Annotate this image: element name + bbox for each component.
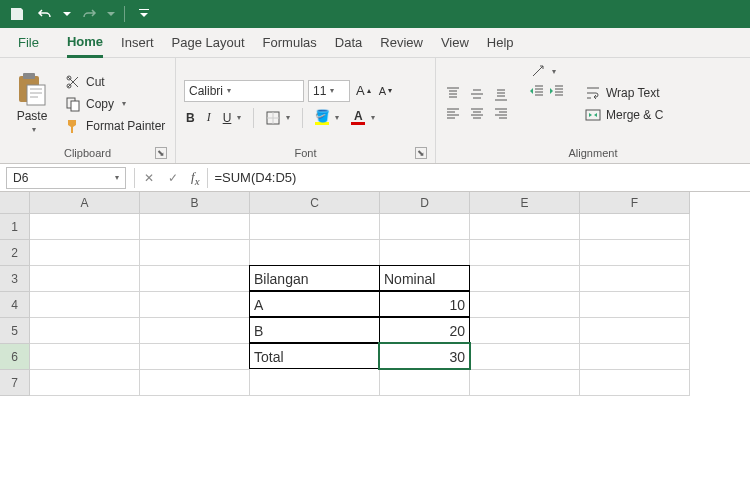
redo-dropdown-icon[interactable]	[106, 3, 116, 25]
cell[interactable]	[140, 344, 250, 370]
increase-indent-icon[interactable]	[548, 82, 566, 100]
cell[interactable]	[580, 292, 690, 318]
row-header[interactable]: 5	[0, 318, 30, 344]
cell[interactable]	[30, 214, 140, 240]
cell[interactable]	[30, 266, 140, 292]
cell[interactable]	[30, 344, 140, 370]
increase-font-icon[interactable]: A▴	[354, 82, 373, 99]
tab-file[interactable]: File	[8, 31, 49, 54]
cell[interactable]	[30, 292, 140, 318]
cell[interactable]: Total	[249, 343, 380, 369]
cell[interactable]	[470, 240, 580, 266]
col-header[interactable]: A	[30, 192, 140, 214]
tab-view[interactable]: View	[441, 31, 469, 54]
cell[interactable]	[140, 370, 250, 396]
save-icon[interactable]	[6, 3, 28, 25]
cell[interactable]: 20	[379, 317, 470, 343]
paste-dropdown-icon[interactable]: ▾	[32, 125, 36, 134]
cell[interactable]: B	[249, 317, 380, 343]
cell-selected[interactable]: 30	[379, 343, 470, 369]
align-middle-icon[interactable]	[468, 85, 486, 103]
cell[interactable]	[250, 370, 380, 396]
cell[interactable]	[30, 240, 140, 266]
cell[interactable]	[470, 370, 580, 396]
cell[interactable]	[470, 266, 580, 292]
formula-input[interactable]: =SUM(D4:D5)	[210, 170, 750, 185]
row-header[interactable]: 4	[0, 292, 30, 318]
orientation-button[interactable]: ▾	[528, 62, 566, 80]
format-painter-button[interactable]: Format Painter	[64, 117, 165, 135]
undo-dropdown-icon[interactable]	[62, 3, 72, 25]
cell[interactable]	[140, 292, 250, 318]
cell[interactable]	[140, 240, 250, 266]
cell[interactable]	[580, 266, 690, 292]
cell[interactable]	[470, 292, 580, 318]
italic-button[interactable]: I	[205, 109, 213, 126]
tab-help[interactable]: Help	[487, 31, 514, 54]
align-top-icon[interactable]	[444, 85, 462, 103]
bold-button[interactable]: B	[184, 110, 197, 126]
decrease-font-icon[interactable]: A▾	[377, 84, 394, 98]
cell[interactable]	[30, 318, 140, 344]
tab-formulas[interactable]: Formulas	[263, 31, 317, 54]
cell[interactable]: 10	[379, 291, 470, 317]
align-center-icon[interactable]	[468, 105, 486, 123]
name-box[interactable]: D6▾	[6, 167, 126, 189]
tab-page-layout[interactable]: Page Layout	[172, 31, 245, 54]
align-left-icon[interactable]	[444, 105, 462, 123]
col-header[interactable]: D	[380, 192, 470, 214]
cell[interactable]	[140, 318, 250, 344]
cell[interactable]	[380, 214, 470, 240]
borders-button[interactable]: ▾	[264, 110, 292, 126]
enter-formula-icon[interactable]: ✓	[161, 171, 185, 185]
col-header[interactable]: C	[250, 192, 380, 214]
col-header[interactable]: F	[580, 192, 690, 214]
font-size-combo[interactable]: 11▾	[308, 80, 350, 102]
decrease-indent-icon[interactable]	[528, 82, 546, 100]
tab-insert[interactable]: Insert	[121, 31, 154, 54]
cell[interactable]: Nominal	[379, 265, 470, 291]
row-header[interactable]: 1	[0, 214, 30, 240]
tab-home[interactable]: Home	[67, 30, 103, 58]
row-header[interactable]: 3	[0, 266, 30, 292]
cell[interactable]: Bilangan	[249, 265, 380, 291]
cell[interactable]	[470, 214, 580, 240]
cell[interactable]	[580, 370, 690, 396]
font-color-button[interactable]: A▾	[349, 109, 377, 126]
undo-button[interactable]	[34, 3, 56, 25]
cell[interactable]	[380, 240, 470, 266]
tab-data[interactable]: Data	[335, 31, 362, 54]
redo-button[interactable]	[78, 3, 100, 25]
cell[interactable]	[580, 344, 690, 370]
cell[interactable]	[140, 266, 250, 292]
align-bottom-icon[interactable]	[492, 85, 510, 103]
spreadsheet-grid[interactable]: A B C D E F 1 2 3 BilanganNominal 4 A10 …	[0, 192, 750, 396]
cell[interactable]	[580, 214, 690, 240]
copy-dropdown-icon[interactable]: ▾	[122, 99, 126, 108]
clipboard-launcher-icon[interactable]: ⬊	[155, 147, 167, 159]
qat-customize-icon[interactable]	[133, 3, 155, 25]
align-right-icon[interactable]	[492, 105, 510, 123]
row-header[interactable]: 7	[0, 370, 30, 396]
underline-button[interactable]: U▾	[221, 110, 244, 126]
cell[interactable]	[380, 370, 470, 396]
fill-color-button[interactable]: 🪣▾	[313, 109, 341, 126]
col-header[interactable]: E	[470, 192, 580, 214]
copy-button[interactable]: Copy ▾	[64, 95, 165, 113]
merge-center-button[interactable]: Merge & C	[584, 106, 663, 124]
cell[interactable]	[470, 318, 580, 344]
cut-button[interactable]: Cut	[64, 73, 165, 91]
row-header[interactable]: 2	[0, 240, 30, 266]
cell[interactable]	[250, 240, 380, 266]
cancel-formula-icon[interactable]: ✕	[137, 171, 161, 185]
font-name-combo[interactable]: Calibri▾	[184, 80, 304, 102]
cell[interactable]	[250, 214, 380, 240]
cell[interactable]	[140, 214, 250, 240]
cell[interactable]	[30, 370, 140, 396]
fx-icon[interactable]: fx	[185, 169, 205, 187]
paste-button[interactable]: Paste ▾	[8, 62, 56, 145]
row-header[interactable]: 6	[0, 344, 30, 370]
col-header[interactable]: B	[140, 192, 250, 214]
cell[interactable]: A	[249, 291, 380, 317]
cell[interactable]	[470, 344, 580, 370]
